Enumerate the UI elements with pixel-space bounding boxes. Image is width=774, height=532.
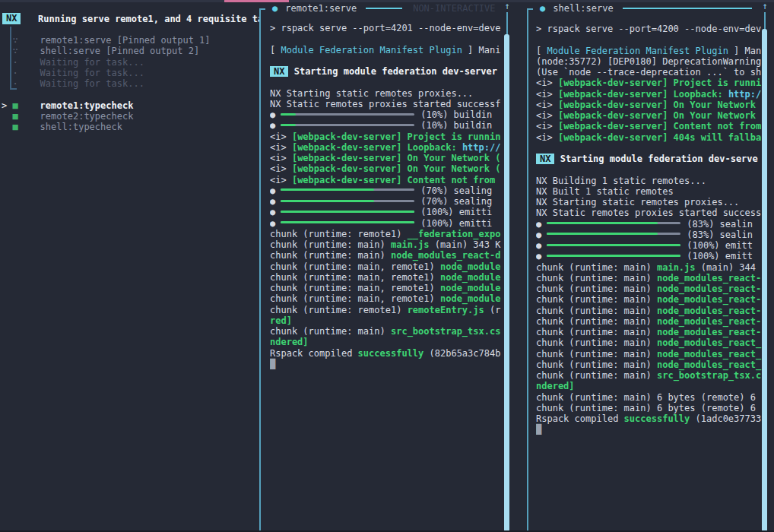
text-segment: Starting module federation dev-server	[294, 66, 497, 77]
text-segment: remoteEntry.js	[408, 305, 484, 315]
task-row-remote1-typecheck[interactable]: > ■ remote1:typecheck	[2, 100, 211, 111]
text-segment: http://	[462, 142, 501, 153]
scrollbar[interactable]: ↑	[502, 0, 512, 532]
terminal-line: chunk (runtime: main) node_modules_react…	[536, 349, 772, 359]
text-segment: node_modules_react-	[657, 327, 761, 337]
text-segment: [webpack-dev-server] Content not from	[558, 121, 761, 131]
terminal-line: ●(83%) sealin	[536, 219, 772, 230]
text-segment: (83%) sealin	[687, 219, 753, 230]
terminal-line: █	[270, 359, 525, 369]
text-segment: > rspack serve --port=4201 --node-env=de…	[270, 23, 500, 33]
pane-header[interactable]: ● shell:serve	[527, 2, 774, 14]
text-segment: (82b65a3c784b	[423, 348, 500, 359]
text-segment: chunk (runtime: main) 6 bytes (remote) 6	[536, 392, 756, 403]
scrollbar-thumb[interactable]	[762, 29, 767, 532]
terminal-line: Rspack compiled successfully (82b65a3c78…	[270, 348, 525, 359]
progress-fill	[547, 233, 658, 235]
task-success-square-icon: ■	[12, 111, 17, 122]
text-segment: chunk (runtime: main)	[270, 326, 391, 337]
task-row-shell-typecheck[interactable]: ■ shell:typecheck	[2, 122, 211, 132]
text-segment: src_bootstrap_tsx.cs	[391, 326, 501, 337]
scrollbar-track[interactable]	[506, 12, 508, 35]
selection-arrow-slot	[2, 111, 12, 122]
text-segment: [webpack-dev-server] Loopback:	[558, 89, 728, 100]
terminal-line: chunk (runtime: main, remote1) node_modu…	[270, 272, 525, 283]
terminal-line: Rspack compiled successfully (1adc0e3773…	[536, 413, 772, 424]
terminal-line: NX Static remotes proxies started succes…	[536, 207, 772, 218]
text-segment: <i>	[536, 121, 558, 131]
text-segment: ●	[536, 251, 541, 261]
text-segment: [webpack-dev-server] Content not from	[292, 175, 495, 185]
text-segment: node_module	[440, 261, 500, 272]
task-label: Waiting for task...	[18, 78, 144, 89]
scrollbar-thumb[interactable]	[504, 34, 509, 532]
task-row-shell-serve[interactable]: ∵ shell:serve [Pinned output 2]	[2, 46, 211, 56]
terminal-line: ●(70%) sealing	[270, 196, 525, 207]
non-interactive-label: NON-INTERACTIVE	[413, 3, 495, 14]
terminal-line: <i> [webpack-dev-server] Loopback: http:…	[270, 142, 525, 153]
terminal-output: > rspack serve --port=4200 --node-env=de…	[536, 24, 772, 435]
text-segment: [webpack-dev-server] On Your Network (	[292, 153, 501, 163]
text-segment: <i>	[270, 163, 292, 174]
task-label: shell:typecheck	[18, 122, 122, 132]
text-segment: <i>	[536, 78, 558, 88]
terminal-line: > rspack serve --port=4201 --node-env=de…	[270, 23, 525, 33]
text-segment: <i>	[270, 153, 292, 163]
terminal-line: chunk (runtime: main, remote1) node_modu…	[270, 293, 525, 304]
pane-header[interactable]: ● remote1:serve NON-INTERACTIVE	[259, 2, 527, 14]
task-row-Waiting[interactable]: · Waiting for task...	[2, 78, 211, 89]
task-row-Waiting[interactable]: · Waiting for task...	[2, 68, 211, 78]
cursor-block: █	[536, 424, 541, 435]
terminal-line: ●(10%) buildin	[270, 109, 525, 120]
progress-fill	[281, 211, 414, 213]
text-segment: chunk (runtime: main, remote1)	[270, 283, 440, 293]
terminal-line: ●(100%) emitti	[270, 207, 525, 217]
terminal-line: ●(100%) emitt	[536, 240, 772, 251]
task-row-remote1-serve[interactable]: ∵ remote1:serve [Pinned output 1]	[2, 35, 211, 46]
progress-fill	[281, 188, 374, 191]
terminal-line: chunk (runtime: main) node_modules_react…	[536, 359, 772, 370]
selection-arrow-icon: >	[2, 100, 12, 111]
terminal-line: ●(100%) emitt	[536, 251, 772, 261]
selection-arrow-slot	[2, 68, 12, 78]
terminal-line: chunk (runtime: main) 6 bytes (remote) 6	[536, 392, 772, 403]
text-segment: [webpack-dev-server] On Your Network	[558, 110, 756, 121]
terminal-line: chunk (runtime: main) node_modules_react…	[536, 273, 772, 283]
progress-bar	[547, 222, 680, 224]
terminal-line: <i> [webpack-dev-server] Content not fro…	[536, 121, 772, 131]
selection-arrow-slot	[2, 78, 12, 89]
scrollbar-track[interactable]	[764, 12, 766, 30]
text-segment: main.js	[391, 239, 430, 250]
pane-title: shell:serve	[553, 3, 613, 14]
terminal-line: <i> [webpack-dev-server] Loopback: http:…	[536, 89, 772, 100]
task-list-pane: NX Running serve remote1, and 4 requisit…	[0, 0, 259, 532]
scrollbar[interactable]: ↑	[760, 0, 770, 532]
text-segment: node_modules_react_	[657, 359, 761, 370]
terminal-line: ●(83%) sealin	[536, 230, 772, 240]
terminal-line: chunk (runtime: main) node_modules_react…	[536, 306, 772, 316]
progress-bar	[281, 200, 414, 202]
text-segment: (Use `node --trace-deprecation ...` to s…	[536, 67, 761, 78]
task-row-Waiting[interactable]: · Waiting for task...	[2, 57, 211, 68]
text-segment: Module Federation Manifest Plugin	[281, 45, 462, 55]
text-segment: NX Static remotes proxies started succes…	[536, 207, 761, 218]
text-segment: (100%) emitti	[420, 207, 492, 217]
text-segment: chunk (runtime: main)	[270, 250, 391, 261]
task-row-remote2-typecheck[interactable]: ■ remote2:typecheck	[2, 111, 211, 122]
progress-bar	[281, 211, 414, 213]
scroll-up-icon[interactable]: ↑	[760, 1, 770, 11]
terminal-line	[270, 55, 525, 66]
text-segment: (1adc0e37733	[690, 413, 761, 424]
scroll-up-icon[interactable]: ↑	[502, 1, 512, 11]
text-segment: successfully	[358, 348, 424, 359]
text-segment: chunk (runtime: main)	[536, 294, 657, 305]
terminal-line: chunk (runtime: main) src_bootstrap_tsx.…	[270, 326, 525, 337]
text-segment: chunk (runtime: main)	[536, 349, 657, 359]
terminal-line: NX Built 1 static remotes	[536, 186, 772, 197]
task-label: remote2:typecheck	[18, 111, 134, 122]
terminal-line: █	[536, 424, 772, 435]
terminal-line: chunk (runtime: main, remote1) node_modu…	[270, 261, 525, 272]
text-segment: chunk (runtime: main)	[536, 262, 657, 273]
text-segment: chunk (runtime: main) 6 bytes (remote) 6	[536, 403, 756, 413]
text-segment: node_modules_react_	[657, 337, 761, 348]
